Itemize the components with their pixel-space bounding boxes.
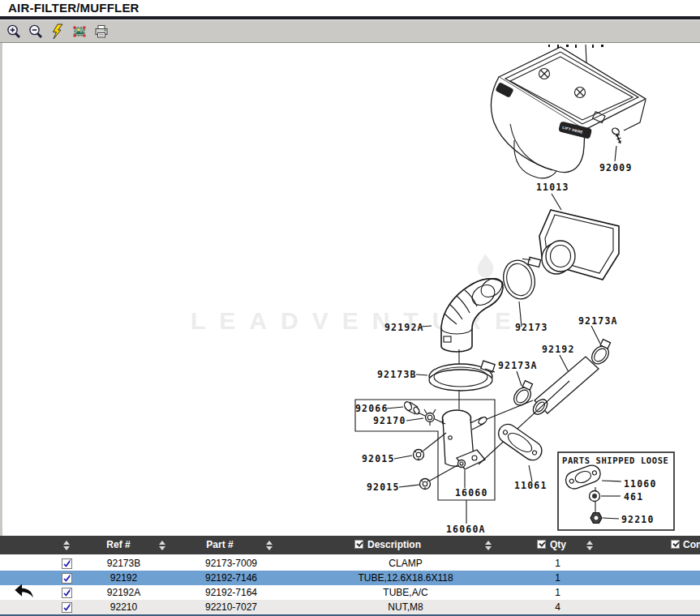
watermark-flame-icon — [478, 254, 494, 277]
part-label-16060[interactable]: 16060 — [455, 487, 488, 498]
cell-ref: 92210 — [85, 601, 162, 613]
cell-part: 92210-7027 — [162, 601, 300, 613]
edit-row-button[interactable] — [49, 588, 85, 598]
part-label-92173A-right[interactable]: 92173A — [578, 315, 618, 327]
leader-92173A-left — [517, 371, 522, 386]
header-description-checkbox[interactable] — [354, 540, 363, 549]
page-title: AIR-FILTER/MUFFLER — [8, 1, 140, 15]
cell-description: CLAMP — [300, 558, 511, 569]
filter-element-part — [539, 210, 619, 280]
sort-icon[interactable] — [266, 541, 273, 550]
parts-shipped-loose-title: PARTS SHIPPED LOOSE — [562, 456, 669, 465]
sort-icon[interactable] — [586, 541, 594, 550]
leader-92192 — [560, 355, 569, 374]
nut-92015-lower-part — [420, 479, 431, 490]
part-label-92173B[interactable]: 92173B — [377, 369, 417, 380]
cell-qty: 1 — [511, 558, 604, 569]
cell-description: TUBE,12.6X18.6X118 — [300, 572, 511, 584]
zoom-out-icon — [28, 24, 44, 40]
edit-row-button[interactable] — [49, 573, 85, 584]
part-label-461[interactable]: 461 — [624, 491, 643, 503]
edit-check-icon — [62, 588, 72, 598]
assembly-92015-upper — [423, 433, 446, 451]
header-conf-checkbox[interactable] — [671, 540, 680, 549]
part-label-92192[interactable]: 92192 — [542, 344, 575, 355]
leader-11013 — [552, 194, 561, 210]
part-label-92009[interactable]: 92009 — [599, 162, 633, 173]
header-ref[interactable]: Ref # — [97, 539, 140, 550]
zoom-out-button[interactable] — [27, 23, 45, 41]
quick-hotspots-button[interactable] — [49, 23, 67, 41]
clamp-92173-part — [500, 255, 549, 302]
edit-check-icon — [62, 573, 72, 584]
part-label-92066[interactable]: 92066 — [355, 403, 389, 414]
parts-shipped-loose-box: PARTS SHIPPED LOOSE 11060 461 92210 — [558, 452, 674, 530]
table-row[interactable]: 92210 92210-7027 NUT,M8 4 — [0, 600, 700, 614]
part-label-16060A[interactable]: 16060A — [446, 524, 486, 535]
leader-11061 — [529, 465, 532, 481]
lightning-icon — [50, 24, 65, 40]
part-label-11061[interactable]: 11061 — [514, 480, 548, 491]
part-label-92015-upper[interactable]: 92015 — [362, 453, 395, 464]
cell-qty: 1 — [511, 572, 604, 584]
clamp-92173B-part — [429, 361, 495, 391]
printer-icon — [93, 24, 110, 40]
leader-92173A-right — [591, 326, 600, 344]
cell-ref: 92192 — [85, 572, 162, 584]
clamp-92170-part — [424, 409, 436, 426]
assembly-92015-lower — [430, 465, 457, 481]
leader-92066 — [387, 407, 403, 409]
header-conf[interactable]: Conf — [683, 539, 700, 550]
cell-qty: 4 — [511, 601, 604, 613]
nut-92015-upper-part — [414, 450, 424, 460]
loose-nut-part — [590, 513, 602, 524]
part-label-92173A-left[interactable]: 92173A — [498, 360, 538, 371]
zoom-in-button[interactable] — [5, 23, 23, 41]
loose-washer-part — [590, 491, 600, 502]
select-region-button[interactable] — [71, 23, 88, 41]
airbox-cover-part: LIFT HERE — [492, 47, 646, 178]
leader-92173B — [416, 374, 427, 375]
leader-92015-upper — [394, 456, 412, 459]
table-row[interactable]: 92173B 92173-7009 CLAMP 1 — [0, 556, 700, 571]
header-qty-checkbox[interactable] — [537, 540, 546, 549]
air-filter-diagram: LEADVENTURE LIFT HERE — [2, 43, 700, 536]
part-label-92192A[interactable]: 92192A — [384, 322, 424, 333]
part-label-92170[interactable]: 92170 — [373, 415, 406, 426]
edit-check-icon — [62, 602, 72, 613]
select-region-icon — [71, 24, 88, 40]
print-button[interactable] — [92, 23, 110, 41]
zoom-in-icon — [6, 24, 22, 40]
leader-92009 — [615, 146, 616, 161]
sort-icon[interactable] — [485, 541, 492, 550]
cell-description: TUBE,A/C — [300, 587, 511, 598]
edit-row-button[interactable] — [49, 602, 85, 613]
part-label-11013[interactable]: 11013 — [536, 182, 569, 193]
part-label-92173[interactable]: 92173 — [515, 322, 548, 333]
leader-92015-lower — [399, 485, 419, 487]
edit-row-button[interactable] — [49, 558, 85, 569]
header-qty[interactable]: Qty — [550, 539, 566, 550]
cell-part: 92192-7146 — [162, 572, 300, 584]
cell-ref: 92192A — [85, 587, 162, 598]
cell-qty: 1 — [511, 587, 604, 598]
cell-part: 92192-7164 — [162, 587, 300, 598]
toolbar — [0, 19, 700, 43]
sort-icon[interactable] — [63, 541, 71, 550]
cell-ref: 92173B — [85, 558, 162, 569]
table-row-selected[interactable]: 92192 92192-7146 TUBE,12.6X18.6X118 1 — [0, 571, 700, 585]
header-part[interactable]: Part # — [196, 539, 243, 550]
header-description[interactable]: Description — [367, 539, 421, 550]
title-bar: AIR-FILTER/MUFFLER — [0, 0, 700, 16]
part-label-92210[interactable]: 92210 — [621, 514, 655, 525]
part-label-92015-lower[interactable]: 92015 — [367, 481, 400, 493]
table-row[interactable]: 92192A 92192-7164 TUBE,A/C 1 — [0, 585, 700, 600]
cutoff-label-marks — [548, 45, 603, 48]
edit-check-icon — [62, 558, 72, 569]
cell-description: NUT,M8 — [300, 601, 511, 613]
sort-icon[interactable] — [159, 541, 166, 550]
parts-diagram-canvas[interactable]: LEADVENTURE LIFT HERE — [0, 43, 700, 536]
cell-part: 92173-7009 — [162, 558, 300, 569]
part-label-11060[interactable]: 11060 — [624, 478, 657, 490]
leader-92170 — [406, 418, 423, 421]
